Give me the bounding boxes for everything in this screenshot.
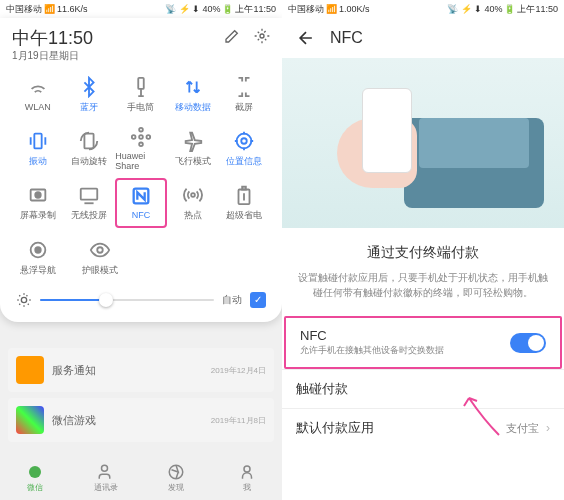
status-time: 上午11:50 xyxy=(235,3,276,16)
svg-rect-1 xyxy=(138,77,144,88)
svg-point-9 xyxy=(241,138,247,144)
rec-icon xyxy=(27,184,49,206)
nfc-settings-screen: 中国移动 📶 1.00K/s 📡 ⚡ ⬇ 40% 🔋 上午11:50 NFC 通… xyxy=(282,0,564,500)
tile-share[interactable]: Huawei Share xyxy=(115,124,167,174)
notification-app-icon xyxy=(16,356,44,384)
vib-icon xyxy=(27,130,49,152)
hot-icon xyxy=(182,184,204,206)
tile-plane[interactable]: 飞行模式 xyxy=(167,124,219,174)
cast-icon xyxy=(78,184,100,206)
quick-settings-screen: 中国移动 📶 11.6K/s 📡 ⚡ ⬇ 40% 🔋 上午11:50 中午11:… xyxy=(0,0,282,500)
tiles-grid: WLAN蓝牙手电筒移动数据截屏振动自动旋转Huawei Share飞行模式位置信… xyxy=(12,70,270,228)
svg-point-20 xyxy=(21,297,26,302)
tile-flash[interactable]: 手电筒 xyxy=(115,70,167,120)
svg-point-18 xyxy=(35,247,41,253)
svg-point-0 xyxy=(260,34,264,38)
back-icon[interactable] xyxy=(296,28,316,48)
svg-point-8 xyxy=(146,135,150,139)
nfc-toggle-row[interactable]: NFC 允许手机在接触其他设备时交换数据 xyxy=(284,316,562,369)
gear-icon[interactable] xyxy=(254,28,270,44)
brightness-row: 自动 ✓ xyxy=(12,292,270,308)
notification-app-icon xyxy=(16,406,44,434)
svg-point-12 xyxy=(35,192,41,198)
carrier-label: 中国移动 xyxy=(6,3,42,16)
share-icon xyxy=(130,126,152,148)
floating-tiles: 悬浮导航护眼模式 xyxy=(12,228,270,282)
flash-icon xyxy=(130,76,152,98)
touch-pay-row[interactable]: 触碰付款 xyxy=(282,369,564,408)
svg-point-4 xyxy=(139,135,143,139)
tile-cast[interactable]: 无线投屏 xyxy=(64,178,116,228)
tile-rot[interactable]: 自动旋转 xyxy=(64,124,116,174)
section-description: 设置触碰付款应用后，只要手机处于开机状态，用手机触碰任何带有触碰付款徽标的终端，… xyxy=(296,270,550,300)
panel-date: 1月19日星期日 xyxy=(12,50,93,62)
eye-icon xyxy=(89,239,111,261)
wifi-icon xyxy=(27,77,49,99)
loc-icon xyxy=(233,130,255,152)
svg-point-10 xyxy=(237,133,252,148)
nfc-toggle[interactable] xyxy=(510,333,546,353)
default-app-value: 支付宝 xyxy=(506,421,539,436)
brightness-icon xyxy=(16,292,32,308)
svg-rect-2 xyxy=(34,133,41,148)
status-bar: 中国移动 📶 11.6K/s 📡 ⚡ ⬇ 40% 🔋 上午11:50 xyxy=(0,0,282,18)
panel-time: 中午11:50 xyxy=(12,28,93,50)
tile-hot[interactable]: 热点 xyxy=(167,178,219,228)
section-heading: 通过支付终端付款 xyxy=(296,244,550,262)
auto-brightness-label: 自动 xyxy=(222,293,242,307)
default-app-row[interactable]: 默认付款应用 支付宝 › xyxy=(282,408,564,447)
tile-eye[interactable]: 护眼模式 xyxy=(82,234,118,282)
edit-icon[interactable] xyxy=(224,28,240,44)
svg-rect-13 xyxy=(81,188,98,199)
status-bar: 中国移动 📶 1.00K/s 📡 ⚡ ⬇ 40% 🔋 上午11:50 xyxy=(282,0,564,18)
svg-point-23 xyxy=(244,466,250,472)
battery-label: 40% xyxy=(202,4,220,14)
tile-bat[interactable]: 超级省电 xyxy=(218,178,270,228)
svg-point-5 xyxy=(139,128,143,132)
rot-icon xyxy=(78,130,100,152)
background-notifications: 服务通知 2019年12月4日 微信游戏 2019年11月8日 xyxy=(0,340,282,456)
svg-point-21 xyxy=(29,466,41,478)
shot-icon xyxy=(233,76,255,98)
nfc-sublabel: 允许手机在接触其他设备时交换数据 xyxy=(300,344,510,357)
settings-header: NFC xyxy=(282,18,564,58)
nfc-icon xyxy=(130,185,152,207)
speed-label: 11.6K/s xyxy=(57,4,88,14)
nav-发现[interactable]: 发现 xyxy=(141,456,212,500)
nfc-label: NFC xyxy=(300,328,510,343)
tile-nfc[interactable]: NFC xyxy=(115,178,167,228)
nav-我[interactable]: 我 xyxy=(212,456,283,500)
bottom-nav: 微信通讯录发现我 xyxy=(0,456,282,500)
page-title: NFC xyxy=(330,29,363,47)
tile-wifi[interactable]: WLAN xyxy=(12,70,64,120)
bt-icon xyxy=(78,76,100,98)
bat-icon xyxy=(233,184,255,206)
quick-settings-panel: 中午11:50 1月19日星期日 WLAN蓝牙手电筒移动数据截屏振动自动旋转Hu… xyxy=(0,18,282,322)
navball-icon xyxy=(27,239,49,261)
brightness-slider[interactable] xyxy=(40,299,214,301)
svg-point-6 xyxy=(139,143,143,147)
svg-point-7 xyxy=(132,135,136,139)
nav-微信[interactable]: 微信 xyxy=(0,456,71,500)
tile-data[interactable]: 移动数据 xyxy=(167,70,219,120)
notification-item[interactable]: 服务通知 2019年12月4日 xyxy=(8,348,274,392)
tile-shot[interactable]: 截屏 xyxy=(218,70,270,120)
tile-rec[interactable]: 屏幕录制 xyxy=(12,178,64,228)
data-icon xyxy=(182,76,204,98)
auto-brightness-checkbox[interactable]: ✓ xyxy=(250,292,266,308)
chevron-right-icon: › xyxy=(546,421,550,435)
tile-bt[interactable]: 蓝牙 xyxy=(64,70,116,120)
nfc-illustration xyxy=(282,58,564,228)
tile-loc[interactable]: 位置信息 xyxy=(218,124,270,174)
tile-navball[interactable]: 悬浮导航 xyxy=(20,234,56,282)
nav-通讯录[interactable]: 通讯录 xyxy=(71,456,142,500)
plane-icon xyxy=(182,130,204,152)
tile-vib[interactable]: 振动 xyxy=(12,124,64,174)
svg-point-15 xyxy=(191,193,195,197)
svg-rect-3 xyxy=(85,133,94,148)
svg-point-19 xyxy=(97,247,103,253)
notification-item[interactable]: 微信游戏 2019年11月8日 xyxy=(8,398,274,442)
